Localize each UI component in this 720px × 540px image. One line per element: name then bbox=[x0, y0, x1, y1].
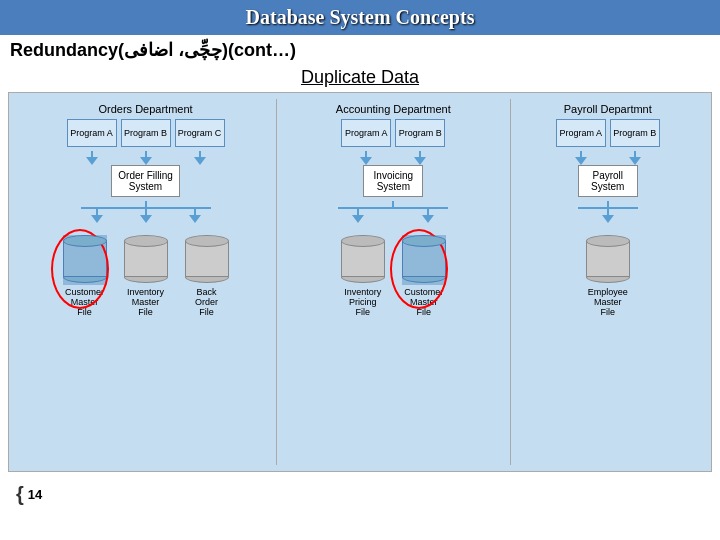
payroll-prog-b: Program B bbox=[610, 119, 660, 147]
payroll-prog-a: Program A bbox=[556, 119, 606, 147]
dept-orders-label: Orders Department bbox=[98, 103, 192, 115]
footer-page-number: { 14 bbox=[16, 483, 42, 506]
payroll-system-box: Payroll System bbox=[578, 165, 638, 197]
dept-payroll-label: Payroll Departmnt bbox=[564, 103, 652, 115]
subtitle: Redundancy(چچِّی، اضافی)(cont…) bbox=[0, 35, 720, 65]
acct-prog-b: Program B bbox=[395, 119, 445, 147]
dept-payroll: Payroll Departmnt Program A Program B bbox=[511, 99, 705, 465]
dept-accounting-label: Accounting Department bbox=[336, 103, 451, 115]
dept-orders: Orders Department Program A Program B Pr… bbox=[15, 99, 277, 465]
dup-title: Duplicate Data bbox=[0, 67, 720, 88]
orders-prog-b: Program B bbox=[121, 119, 171, 147]
orders-db-backorder: BackOrderFile bbox=[179, 235, 234, 317]
acct-prog-a: Program A bbox=[341, 119, 391, 147]
header: Database System Concepts bbox=[0, 0, 720, 35]
orders-db-customer: CustomerMasterFile bbox=[57, 235, 112, 317]
header-title: Database System Concepts bbox=[246, 6, 475, 28]
payroll-db-employee: EmployeeMasterFile bbox=[580, 235, 635, 317]
orders-db-inventory: InventoryMasterFile bbox=[118, 235, 173, 317]
dept-accounting: Accounting Department Program A Program … bbox=[277, 99, 511, 465]
acct-system-box: Invoicing System bbox=[363, 165, 423, 197]
diagram-area: Orders Department Program A Program B Pr… bbox=[8, 92, 712, 472]
acct-db-pricing: InventoryPricingFile bbox=[335, 235, 390, 317]
page-number: 14 bbox=[28, 487, 42, 502]
orders-system-box: Order Filling System bbox=[111, 165, 179, 197]
orders-prog-c: Program C bbox=[175, 119, 225, 147]
bracket-icon: { bbox=[16, 483, 24, 506]
acct-db-customer: CustomerMasterFile bbox=[396, 235, 451, 317]
orders-prog-a: Program A bbox=[67, 119, 117, 147]
